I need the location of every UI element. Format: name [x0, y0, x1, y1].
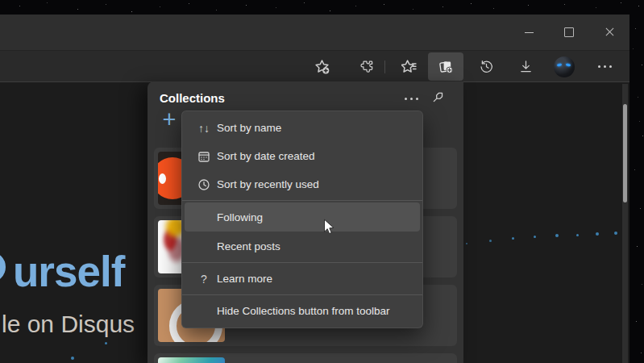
menu-item-recent-posts[interactable]: Recent posts: [182, 232, 422, 261]
history-clock-icon: [479, 59, 494, 74]
menu-item-label: Sort by date created: [217, 150, 315, 162]
page-decoration-dot: [576, 234, 579, 236]
avatar-eye-left: [557, 63, 562, 66]
ellipsis-icon: [405, 98, 418, 100]
start-new-collection-button[interactable]: +: [157, 107, 181, 133]
collection-thumbnail-colorful-logo: [158, 357, 225, 363]
question-mark-icon: ?: [195, 273, 213, 286]
collection-card[interactable]: [154, 353, 457, 363]
extensions-button[interactable]: [353, 54, 380, 79]
menu-separator: [182, 294, 422, 295]
page-scrollbar[interactable]: [622, 84, 628, 363]
downloads-button[interactable]: [512, 54, 539, 79]
page-decoration-dot: [71, 357, 74, 360]
toolbar-separator: [384, 60, 385, 73]
desktop-starfield-top: [0, 0, 1, 1]
avatar-eye-right: [566, 63, 571, 66]
profile-avatar-button[interactable]: [551, 54, 578, 79]
page-headline-fragment: urself: [13, 250, 124, 293]
ellipsis-icon: [598, 65, 612, 68]
cursor-arrow-icon: [323, 219, 335, 236]
settings-and-more-button[interactable]: [591, 54, 618, 79]
page-decoration-dot: [466, 243, 467, 244]
menu-item-sort-by-name[interactable]: ↑↓ Sort by name: [182, 114, 422, 142]
collections-cards-icon: [438, 59, 454, 75]
page-decoration-dot: [105, 342, 107, 344]
screenshot-stage: urself le on Disqus Collections: [0, 0, 644, 363]
close-icon[interactable]: [593, 15, 625, 50]
page-decoration-dot: [596, 232, 599, 236]
menu-item-label: Hide Collections button from toolbar: [217, 305, 390, 317]
more-options-icon[interactable]: [401, 90, 422, 106]
favorites-button[interactable]: [395, 54, 422, 79]
avatar: [554, 56, 575, 77]
page-decoration-dot: [489, 240, 492, 242]
maximize-icon[interactable]: [553, 15, 585, 50]
pin-icon[interactable]: [428, 87, 449, 108]
menu-item-label: Sort by name: [217, 122, 281, 134]
page-decoration-dot: [614, 232, 617, 235]
collections-context-menu: ↑↓ Sort by name Sort by date created: [181, 111, 423, 328]
menu-item-label: Learn more: [217, 273, 272, 285]
clipped-letter-decoration: [0, 252, 6, 282]
menu-item-hide-collections-button[interactable]: Hide Collections button from toolbar: [182, 297, 422, 325]
page-decoration-dot: [534, 236, 536, 238]
desktop-starfield-right: [632, 0, 633, 1]
menu-separator: [182, 200, 422, 201]
download-arrow-icon: [518, 59, 534, 74]
collections-button[interactable]: [428, 52, 463, 81]
panel-title: Collections: [160, 91, 225, 105]
title-bar[interactable]: [0, 15, 629, 50]
page-subline-fragment: le on Disqus: [2, 311, 135, 337]
add-to-favorites-button[interactable]: [308, 54, 335, 79]
browser-toolbar: [0, 50, 629, 81]
puzzle-piece-icon: [359, 59, 375, 74]
scrollbar-thumb[interactable]: [623, 104, 627, 202]
clock-icon: [195, 178, 213, 191]
menu-item-learn-more[interactable]: ? Learn more: [182, 265, 422, 293]
menu-item-sort-by-date-created[interactable]: Sort by date created: [182, 142, 422, 170]
menu-separator: [182, 262, 422, 263]
mouse-cursor: [323, 219, 335, 239]
calendar-icon: [195, 150, 213, 163]
menu-item-label: Sort by recently used: [217, 178, 319, 190]
minimize-icon[interactable]: [513, 15, 545, 50]
menu-item-sort-by-recently-used[interactable]: Sort by recently used: [182, 170, 422, 198]
menu-item-following[interactable]: Following: [185, 202, 420, 232]
star-list-icon: [401, 59, 417, 74]
sort-arrows-icon: ↑↓: [195, 122, 213, 135]
pushpin-icon: [430, 90, 447, 106]
page-decoration-dot: [555, 234, 559, 237]
menu-item-label: Recent posts: [217, 240, 280, 252]
menu-item-label: Following: [217, 211, 263, 223]
history-button[interactable]: [472, 54, 500, 79]
star-plus-icon: [314, 59, 330, 74]
page-decoration-dot: [512, 237, 514, 240]
